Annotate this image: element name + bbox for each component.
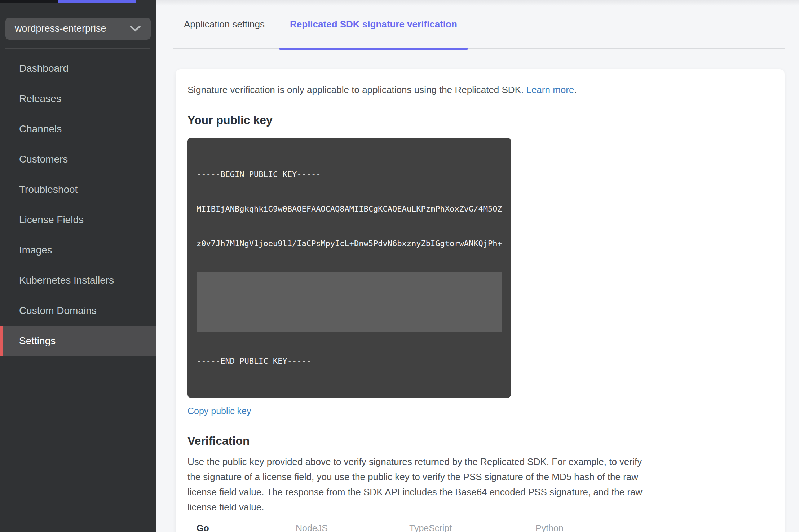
settings-tab-bar: Application settings Replicated SDK sign… bbox=[173, 0, 785, 49]
key-line: MIIBIjANBgkqhkiG9w0BAQEFAAOCAQ8AMIIBCgKC… bbox=[197, 203, 502, 215]
top-strip-accent bbox=[58, 0, 136, 3]
tab-replicated-sdk-signature-verification[interactable]: Replicated SDK signature verification bbox=[279, 0, 468, 48]
sidebar-item-settings[interactable]: Settings bbox=[0, 326, 156, 356]
verification-title: Verification bbox=[187, 434, 773, 448]
tab-python[interactable]: Python bbox=[526, 517, 641, 532]
public-key-title: Your public key bbox=[187, 114, 773, 127]
chevron-down-icon bbox=[130, 26, 141, 32]
intro-text: Signature verification is only applicabl… bbox=[187, 84, 773, 96]
app-window: wordpress-enterprise Dashboard Releases … bbox=[0, 0, 799, 532]
key-line-end: -----END PUBLIC KEY----- bbox=[197, 355, 502, 367]
top-strip bbox=[0, 0, 58, 3]
sidebar-item-troubleshoot[interactable]: Troubleshoot bbox=[0, 174, 156, 205]
verification-description: Use the public key provided above to ver… bbox=[187, 454, 647, 515]
sidebar-item-customers[interactable]: Customers bbox=[0, 144, 156, 174]
signature-verification-card: Signature verification is only applicabl… bbox=[176, 69, 785, 532]
sidebar-item-images[interactable]: Images bbox=[0, 235, 156, 265]
intro-sentence: Signature verification is only applicabl… bbox=[187, 84, 526, 95]
sidebar-divider bbox=[5, 48, 150, 49]
app-selector-dropdown[interactable]: wordpress-enterprise bbox=[5, 18, 151, 40]
sidebar-item-kubernetes-installers[interactable]: Kubernetes Installers bbox=[0, 265, 156, 296]
redacted-key-region bbox=[197, 272, 502, 332]
key-line: z0v7Jh7M1NgV1joeu9l1/IaCPsMpyIcL+Dnw5Pdv… bbox=[197, 238, 502, 249]
learn-more-link[interactable]: Learn more bbox=[526, 84, 574, 95]
tab-typescript[interactable]: TypeScript bbox=[400, 517, 526, 532]
intro-suffix: . bbox=[574, 84, 577, 95]
sidebar-item-channels[interactable]: Channels bbox=[0, 114, 156, 144]
language-tab-bar: Go NodeJS TypeScript Python bbox=[187, 517, 641, 532]
sidebar-item-releases[interactable]: Releases bbox=[0, 84, 156, 114]
sidebar-item-custom-domains[interactable]: Custom Domains bbox=[0, 296, 156, 326]
key-line-begin: -----BEGIN PUBLIC KEY----- bbox=[197, 169, 502, 180]
public-key-block: -----BEGIN PUBLIC KEY----- MIIBIjANBgkqh… bbox=[187, 138, 511, 398]
sidebar-nav: Dashboard Releases Channels Customers Tr… bbox=[0, 53, 156, 356]
copy-public-key-link[interactable]: Copy public key bbox=[187, 406, 251, 416]
app-selector-label: wordpress-enterprise bbox=[15, 23, 106, 34]
tab-nodejs[interactable]: NodeJS bbox=[287, 517, 400, 532]
main-content: Application settings Replicated SDK sign… bbox=[156, 0, 799, 532]
sidebar-item-license-fields[interactable]: License Fields bbox=[0, 205, 156, 235]
tab-application-settings[interactable]: Application settings bbox=[173, 0, 275, 48]
sidebar-item-dashboard[interactable]: Dashboard bbox=[0, 53, 156, 84]
tab-go[interactable]: Go bbox=[187, 517, 287, 532]
sidebar: wordpress-enterprise Dashboard Releases … bbox=[0, 0, 156, 532]
